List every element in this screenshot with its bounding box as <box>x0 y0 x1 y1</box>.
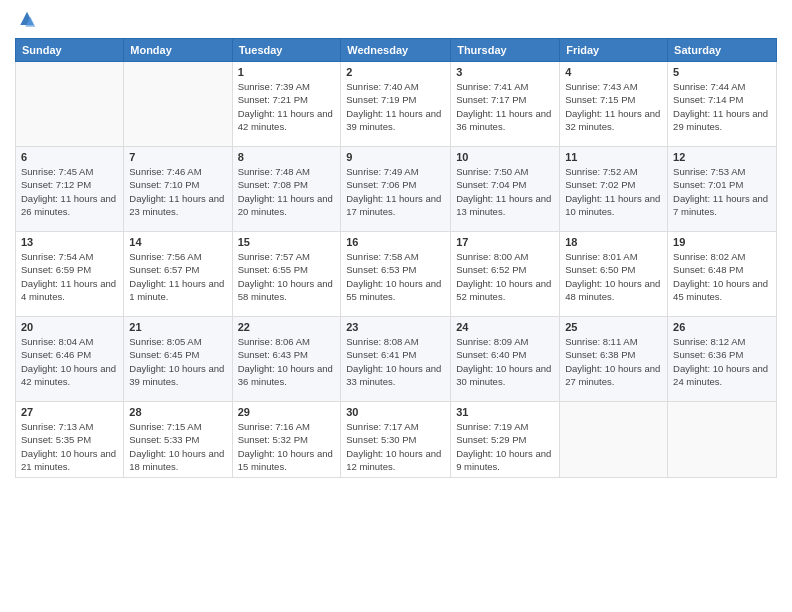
day-info: Sunrise: 7:58 AMSunset: 6:53 PMDaylight:… <box>346 250 445 303</box>
day-info: Sunrise: 7:54 AMSunset: 6:59 PMDaylight:… <box>21 250 118 303</box>
day-info: Sunrise: 7:41 AMSunset: 7:17 PMDaylight:… <box>456 80 554 133</box>
day-number: 10 <box>456 151 554 163</box>
day-number: 29 <box>238 406 336 418</box>
calendar-cell: 12Sunrise: 7:53 AMSunset: 7:01 PMDayligh… <box>668 147 777 232</box>
day-info: Sunrise: 7:44 AMSunset: 7:14 PMDaylight:… <box>673 80 771 133</box>
day-info: Sunrise: 8:12 AMSunset: 6:36 PMDaylight:… <box>673 335 771 388</box>
day-info: Sunrise: 8:00 AMSunset: 6:52 PMDaylight:… <box>456 250 554 303</box>
calendar-cell: 16Sunrise: 7:58 AMSunset: 6:53 PMDayligh… <box>341 232 451 317</box>
day-number: 13 <box>21 236 118 248</box>
calendar-cell: 31Sunrise: 7:19 AMSunset: 5:29 PMDayligh… <box>451 402 560 478</box>
calendar-cell: 11Sunrise: 7:52 AMSunset: 7:02 PMDayligh… <box>560 147 668 232</box>
calendar-cell <box>560 402 668 478</box>
day-info: Sunrise: 8:02 AMSunset: 6:48 PMDaylight:… <box>673 250 771 303</box>
day-number: 6 <box>21 151 118 163</box>
calendar-cell <box>16 62 124 147</box>
day-number: 19 <box>673 236 771 248</box>
calendar-cell: 3Sunrise: 7:41 AMSunset: 7:17 PMDaylight… <box>451 62 560 147</box>
calendar-cell: 13Sunrise: 7:54 AMSunset: 6:59 PMDayligh… <box>16 232 124 317</box>
calendar-cell: 2Sunrise: 7:40 AMSunset: 7:19 PMDaylight… <box>341 62 451 147</box>
day-info: Sunrise: 7:49 AMSunset: 7:06 PMDaylight:… <box>346 165 445 218</box>
day-info: Sunrise: 7:57 AMSunset: 6:55 PMDaylight:… <box>238 250 336 303</box>
day-info: Sunrise: 8:09 AMSunset: 6:40 PMDaylight:… <box>456 335 554 388</box>
page: SundayMondayTuesdayWednesdayThursdayFrid… <box>0 0 792 612</box>
calendar-week-row: 6Sunrise: 7:45 AMSunset: 7:12 PMDaylight… <box>16 147 777 232</box>
day-number: 24 <box>456 321 554 333</box>
day-number: 28 <box>129 406 226 418</box>
calendar-cell: 29Sunrise: 7:16 AMSunset: 5:32 PMDayligh… <box>232 402 341 478</box>
day-info: Sunrise: 7:39 AMSunset: 7:21 PMDaylight:… <box>238 80 336 133</box>
day-number: 2 <box>346 66 445 78</box>
day-number: 7 <box>129 151 226 163</box>
day-number: 11 <box>565 151 662 163</box>
day-number: 27 <box>21 406 118 418</box>
calendar-cell <box>668 402 777 478</box>
calendar-week-row: 27Sunrise: 7:13 AMSunset: 5:35 PMDayligh… <box>16 402 777 478</box>
day-info: Sunrise: 7:48 AMSunset: 7:08 PMDaylight:… <box>238 165 336 218</box>
day-info: Sunrise: 7:46 AMSunset: 7:10 PMDaylight:… <box>129 165 226 218</box>
weekday-header: Thursday <box>451 39 560 62</box>
calendar-cell: 20Sunrise: 8:04 AMSunset: 6:46 PMDayligh… <box>16 317 124 402</box>
day-number: 18 <box>565 236 662 248</box>
day-number: 14 <box>129 236 226 248</box>
calendar-cell: 22Sunrise: 8:06 AMSunset: 6:43 PMDayligh… <box>232 317 341 402</box>
weekday-header: Sunday <box>16 39 124 62</box>
day-number: 26 <box>673 321 771 333</box>
calendar-cell: 9Sunrise: 7:49 AMSunset: 7:06 PMDaylight… <box>341 147 451 232</box>
day-number: 12 <box>673 151 771 163</box>
day-number: 21 <box>129 321 226 333</box>
weekday-header: Wednesday <box>341 39 451 62</box>
calendar-week-row: 13Sunrise: 7:54 AMSunset: 6:59 PMDayligh… <box>16 232 777 317</box>
calendar-cell: 5Sunrise: 7:44 AMSunset: 7:14 PMDaylight… <box>668 62 777 147</box>
weekday-header: Tuesday <box>232 39 341 62</box>
weekday-header: Saturday <box>668 39 777 62</box>
day-number: 17 <box>456 236 554 248</box>
calendar-cell: 18Sunrise: 8:01 AMSunset: 6:50 PMDayligh… <box>560 232 668 317</box>
calendar-cell: 8Sunrise: 7:48 AMSunset: 7:08 PMDaylight… <box>232 147 341 232</box>
day-info: Sunrise: 8:01 AMSunset: 6:50 PMDaylight:… <box>565 250 662 303</box>
day-info: Sunrise: 8:11 AMSunset: 6:38 PMDaylight:… <box>565 335 662 388</box>
calendar-cell: 30Sunrise: 7:17 AMSunset: 5:30 PMDayligh… <box>341 402 451 478</box>
day-info: Sunrise: 7:17 AMSunset: 5:30 PMDaylight:… <box>346 420 445 473</box>
day-info: Sunrise: 7:50 AMSunset: 7:04 PMDaylight:… <box>456 165 554 218</box>
day-info: Sunrise: 7:15 AMSunset: 5:33 PMDaylight:… <box>129 420 226 473</box>
day-info: Sunrise: 7:40 AMSunset: 7:19 PMDaylight:… <box>346 80 445 133</box>
calendar-cell: 10Sunrise: 7:50 AMSunset: 7:04 PMDayligh… <box>451 147 560 232</box>
logo-icon <box>17 10 37 30</box>
day-info: Sunrise: 8:06 AMSunset: 6:43 PMDaylight:… <box>238 335 336 388</box>
logo <box>15 10 37 30</box>
day-info: Sunrise: 7:13 AMSunset: 5:35 PMDaylight:… <box>21 420 118 473</box>
day-number: 4 <box>565 66 662 78</box>
day-number: 15 <box>238 236 336 248</box>
day-number: 31 <box>456 406 554 418</box>
day-number: 16 <box>346 236 445 248</box>
day-number: 5 <box>673 66 771 78</box>
calendar-week-row: 20Sunrise: 8:04 AMSunset: 6:46 PMDayligh… <box>16 317 777 402</box>
calendar-cell: 1Sunrise: 7:39 AMSunset: 7:21 PMDaylight… <box>232 62 341 147</box>
day-info: Sunrise: 8:04 AMSunset: 6:46 PMDaylight:… <box>21 335 118 388</box>
calendar-week-row: 1Sunrise: 7:39 AMSunset: 7:21 PMDaylight… <box>16 62 777 147</box>
weekday-header: Monday <box>124 39 232 62</box>
day-number: 30 <box>346 406 445 418</box>
calendar-cell: 4Sunrise: 7:43 AMSunset: 7:15 PMDaylight… <box>560 62 668 147</box>
calendar-cell: 15Sunrise: 7:57 AMSunset: 6:55 PMDayligh… <box>232 232 341 317</box>
calendar-cell: 6Sunrise: 7:45 AMSunset: 7:12 PMDaylight… <box>16 147 124 232</box>
day-info: Sunrise: 7:56 AMSunset: 6:57 PMDaylight:… <box>129 250 226 303</box>
day-number: 22 <box>238 321 336 333</box>
calendar-cell: 19Sunrise: 8:02 AMSunset: 6:48 PMDayligh… <box>668 232 777 317</box>
day-number: 1 <box>238 66 336 78</box>
day-number: 3 <box>456 66 554 78</box>
calendar-cell: 14Sunrise: 7:56 AMSunset: 6:57 PMDayligh… <box>124 232 232 317</box>
day-info: Sunrise: 7:52 AMSunset: 7:02 PMDaylight:… <box>565 165 662 218</box>
day-number: 20 <box>21 321 118 333</box>
calendar-header-row: SundayMondayTuesdayWednesdayThursdayFrid… <box>16 39 777 62</box>
calendar-cell: 21Sunrise: 8:05 AMSunset: 6:45 PMDayligh… <box>124 317 232 402</box>
weekday-header: Friday <box>560 39 668 62</box>
calendar-table: SundayMondayTuesdayWednesdayThursdayFrid… <box>15 38 777 478</box>
calendar-cell: 25Sunrise: 8:11 AMSunset: 6:38 PMDayligh… <box>560 317 668 402</box>
day-info: Sunrise: 8:08 AMSunset: 6:41 PMDaylight:… <box>346 335 445 388</box>
header <box>15 10 777 30</box>
day-info: Sunrise: 7:19 AMSunset: 5:29 PMDaylight:… <box>456 420 554 473</box>
day-number: 25 <box>565 321 662 333</box>
calendar-cell: 26Sunrise: 8:12 AMSunset: 6:36 PMDayligh… <box>668 317 777 402</box>
